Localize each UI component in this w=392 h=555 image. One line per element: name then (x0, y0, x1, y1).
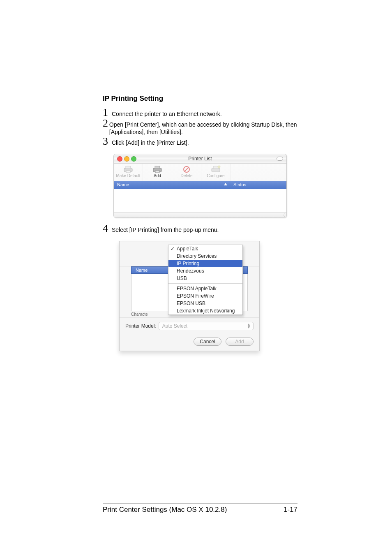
menu-item-lexmark[interactable]: Lexmark Inkjet Networking (168, 307, 242, 314)
resize-grip-icon[interactable]: ⢔ (283, 212, 286, 217)
menu-item-epson-appletalk[interactable]: EPSON AppleTalk (168, 285, 242, 292)
step-number-4: 4 (103, 224, 112, 233)
character-set-label: Characte (131, 312, 148, 317)
printer-list-window: Printer List Make Default Add (113, 154, 287, 218)
sort-ascending-icon (224, 183, 227, 185)
window-title: Printer List (114, 156, 286, 162)
column-name[interactable]: Name (114, 181, 230, 189)
menu-item-rendezvous[interactable]: Rendezvous (168, 267, 242, 275)
make-default-label: Make Default (114, 173, 143, 178)
window-titlebar: Printer List (114, 154, 286, 164)
cancel-button[interactable]: Cancel (194, 338, 221, 346)
column-status[interactable]: Status (230, 181, 286, 189)
svg-rect-4 (155, 166, 160, 169)
menu-item-label: Rendezvous (177, 268, 204, 274)
menu-item-directory-services[interactable]: Directory Services (168, 252, 242, 260)
svg-rect-2 (126, 171, 130, 173)
printer-icon (114, 165, 143, 173)
configure-button: Configure (201, 164, 231, 181)
svg-line-7 (184, 167, 189, 171)
section-heading: IP Printing Setting (103, 95, 297, 103)
menu-separator (168, 283, 242, 284)
menu-item-epson-firewire[interactable]: EPSON FireWire (168, 292, 242, 300)
svg-rect-9 (213, 166, 218, 169)
menu-item-ip-printing[interactable]: IP Printing (168, 260, 242, 267)
step-number-3: 3 (103, 137, 112, 146)
svg-rect-1 (126, 166, 131, 169)
page-footer: Print Center Settings (Mac OS X 10.2.8) … (103, 504, 297, 514)
menu-item-label: EPSON USB (177, 301, 205, 306)
menu-item-label: Lexmark Inkjet Networking (177, 308, 235, 314)
step-number-1: 1 (103, 109, 112, 117)
sheet-add-button-label: Add (235, 339, 244, 345)
printer-model-row: Printer Model: Auto Select ▲▼ (120, 317, 259, 334)
delete-button: Delete (172, 164, 201, 181)
menu-item-label: USB (177, 275, 187, 281)
printer-name-column-label: Name (136, 268, 148, 273)
window-toolbar: Make Default Add Delete (114, 164, 286, 181)
sheet-button-row: Cancel Add (120, 334, 259, 351)
toolbar-toggle-icon[interactable] (277, 157, 283, 161)
table-header: Name Status (114, 181, 286, 189)
check-icon: ✓ (171, 246, 175, 252)
table-body (114, 189, 286, 212)
step-text-4: Select [IP Printing] from the pop-up men… (112, 224, 219, 234)
footer-page-number: 1-17 (284, 506, 297, 514)
menu-item-label: IP Printing (177, 261, 199, 266)
printer-model-value: Auto Select (162, 323, 187, 329)
footer-section: Print Center Settings (Mac OS X 10.2.8) (103, 506, 227, 514)
add-button[interactable]: Add (143, 164, 172, 181)
window-status-bar: ⢔ (114, 212, 286, 217)
configure-label: Configure (201, 173, 230, 178)
menu-item-usb[interactable]: USB (168, 275, 242, 282)
chevron-up-down-icon: ▲▼ (247, 323, 251, 329)
sheet-add-button: Add (226, 338, 254, 346)
svg-point-10 (218, 166, 220, 168)
printer-add-icon (143, 165, 172, 173)
add-label: Add (143, 173, 172, 178)
footer-rule (103, 504, 297, 504)
step-text-3: Click [Add] in the [Printer List]. (112, 137, 189, 146)
step-text-1: Connect the printer to an Ethernet netwo… (112, 109, 222, 118)
step-number-2: 2 (103, 119, 109, 127)
make-default-button: Make Default (114, 164, 143, 181)
svg-rect-5 (155, 171, 159, 173)
delete-icon (172, 165, 201, 173)
step-text-2: Open [Print Center], which can be access… (109, 119, 297, 136)
menu-item-label: EPSON AppleTalk (177, 286, 217, 291)
menu-item-appletalk[interactable]: ✓ AppleTalk (168, 245, 242, 252)
printer-model-label: Printer Model: (125, 323, 156, 329)
menu-item-label: EPSON FireWire (177, 293, 214, 299)
delete-label: Delete (172, 173, 201, 178)
add-printer-sheet: ✓ AppleTalk Directory Services IP Printi… (119, 241, 260, 351)
cancel-button-label: Cancel (200, 339, 215, 345)
menu-item-epson-usb[interactable]: EPSON USB (168, 300, 242, 307)
printer-model-select[interactable]: Auto Select ▲▼ (159, 322, 254, 330)
column-name-label: Name (117, 182, 129, 187)
connection-popup-menu[interactable]: ✓ AppleTalk Directory Services IP Printi… (168, 245, 243, 315)
column-status-label: Status (233, 182, 246, 187)
configure-icon (201, 165, 230, 173)
menu-item-label: Directory Services (177, 253, 217, 259)
menu-item-label: AppleTalk (177, 246, 198, 252)
